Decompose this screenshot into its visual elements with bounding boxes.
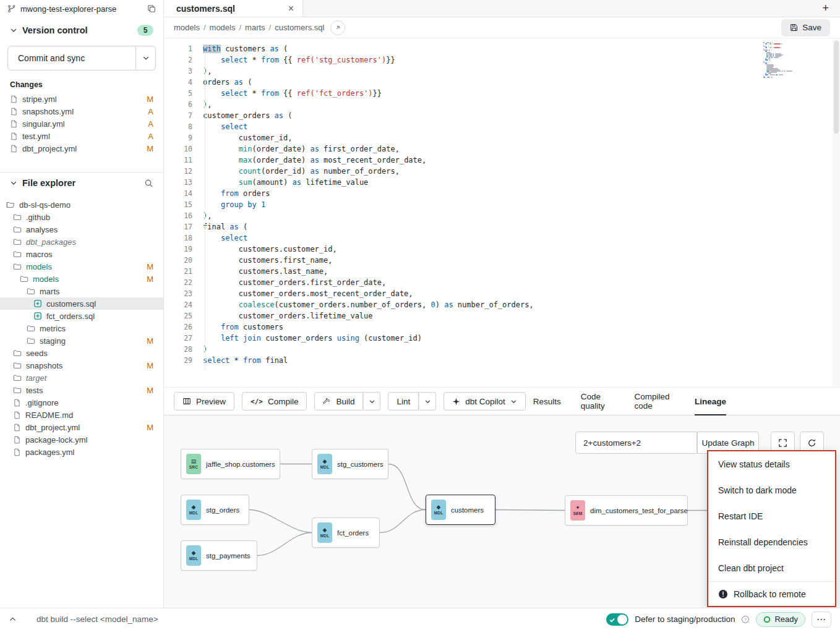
lineage-node-stg-customers[interactable]: ◆MDLstg_customers [312,449,388,479]
change-row-snapshots-yml[interactable]: snapshots.ymlA [0,105,163,117]
tree-item-target[interactable]: target [0,372,163,384]
tab-results[interactable]: Results [533,387,561,415]
defer-toggle[interactable] [606,613,628,626]
change-row-singular-yml[interactable]: singular.ymlA [0,117,163,130]
search-icon[interactable] [144,179,153,188]
lineage-node-dim-customers-test-for-parse[interactable]: ✦SEMdim_customers_test_for_parse [565,495,688,526]
save-button[interactable]: Save [781,19,830,36]
copy-branch-icon[interactable] [147,4,156,13]
close-tab-icon[interactable]: × [288,4,294,14]
code-editor[interactable]: 1with customers as (2 select * from {{ r… [164,38,840,387]
code-text: with customers as ( [203,43,288,54]
editor-tab-bar: customers.sql × + [164,0,840,17]
code-line: 1with customers as ( [164,43,840,54]
tree-item-dbt-project-yml[interactable]: dbt_project.ymlM [0,421,163,433]
chevron-down-icon [424,398,431,405]
file-explorer-header[interactable]: File explorer [0,174,163,192]
command-hint[interactable]: dbt build --select <model_name> [36,615,158,624]
tree-item-github[interactable]: .github [0,211,163,223]
breadcrumb-item-models[interactable]: models [210,23,236,32]
tree-item-label: macros [26,250,153,259]
tab-customers-sql[interactable]: customers.sql × [164,0,303,17]
editor-toolbar: Preview </> Compile Build [164,387,840,415]
tree-item-staging[interactable]: stagingM [0,334,163,347]
menu-item-reinstall-dependencies[interactable]: Reinstall dependencies [708,529,835,555]
tree-item-dbt-packages[interactable]: dbt_packages [0,236,163,248]
tree-item-models[interactable]: modelsM [0,273,163,285]
tree-item-seeds[interactable]: seeds [0,347,163,359]
tab-compiled-code[interactable]: Compiled code [634,387,675,415]
tab-code-quality[interactable]: Code quality [581,387,615,415]
breadcrumb-item-marts[interactable]: marts [245,23,265,32]
change-row-stripe-yml[interactable]: stripe.ymlM [0,93,163,105]
breadcrumb-item-models[interactable]: models [174,23,200,32]
tab-lineage[interactable]: Lineage [695,387,726,415]
menu-item-view-status-details[interactable]: View status details [708,451,835,477]
line-number: 26 [164,321,192,333]
breadcrumb-item-customers-sql[interactable]: customers.sql [275,23,324,32]
tree-item-db-sl-qs-demo[interactable]: db-sl-qs-demo [0,198,163,211]
tree-item-customers-sql[interactable]: customers.sql [0,297,163,310]
menu-item-restart-ide[interactable]: Restart IDE [708,503,835,529]
code-text: customer_orders.most_recent_order_date, [203,288,413,299]
menu-item-switch-to-dark-mode[interactable]: Switch to dark mode [708,477,835,503]
tree-item-label: db-sl-qs-demo [19,200,153,210]
code-line: 21 customers.last_name, [164,266,840,277]
tree-item-gitignore[interactable]: .gitignore [0,396,163,409]
commit-and-sync-button[interactable]: Commit and sync [7,46,136,70]
lint-options-button[interactable] [419,392,436,411]
tree-item-macros[interactable]: macros [0,248,163,260]
error-icon [718,589,728,599]
tree-item-label: metrics [40,324,153,333]
line-number: 5 [164,88,192,99]
tree-item-readme-md[interactable]: README.md [0,409,163,421]
preview-button[interactable]: Preview [174,392,234,411]
lineage-node-customers[interactable]: ◆MDLcustomers [426,495,495,525]
version-control-header[interactable]: Version control 5 [0,21,163,40]
lineage-node-stg-orders[interactable]: ◆MDLstg_orders [181,495,249,525]
code-line: 6), [164,99,840,110]
lineage-search-input[interactable] [575,432,697,454]
change-row-dbt-project-yml[interactable]: dbt_project.ymlM [0,142,163,155]
lineage-node-jaffle-shop-customers[interactable]: ▤SRCjaffle_shop.customers [181,449,280,479]
menu-item-label: Restart IDE [718,511,763,521]
code-text: select * from {{ ref('fct_orders')}} [203,88,382,99]
tree-item-analyses[interactable]: analyses [0,223,163,236]
build-button[interactable]: Build [314,392,363,411]
commit-options-button[interactable] [136,46,156,70]
lint-label: Lint [396,397,410,406]
tree-item-snapshots[interactable]: snapshotsM [0,359,163,372]
tree-item-packages-yml[interactable]: packages.yml [0,446,163,458]
lint-button[interactable]: Lint [388,392,419,411]
status-badge[interactable]: Ready [756,612,805,627]
expand-command-bar-button[interactable] [9,615,17,623]
open-file-link-icon[interactable] [330,20,345,35]
change-file-name: dbt_project.yml [22,144,142,153]
change-row-test-yml[interactable]: test.ymlA [0,130,163,142]
tree-item-label: fct_orders.sql [46,312,153,321]
folder-icon [13,225,22,234]
menu-item-label: View status details [718,459,790,469]
minimap[interactable] [763,42,800,78]
line-number: 4 [164,77,192,88]
code-text: customer_orders.lifetime_value [203,310,373,321]
lineage-node-stg-payments[interactable]: ◆MDLstg_payments [181,540,257,571]
code-text: customer_id, [203,132,293,143]
help-icon[interactable]: ? [741,615,750,624]
menu-item-clean-dbt-project[interactable]: Clean dbt project [708,555,835,581]
tree-item-tests[interactable]: testsM [0,384,163,396]
tree-item-package-lock-yml[interactable]: package-lock.yml [0,433,163,446]
build-options-button[interactable] [363,392,380,411]
tree-item-marts[interactable]: marts [0,285,163,297]
new-tab-button[interactable]: + [822,0,829,17]
tree-item-fct-orders-sql[interactable]: fct_orders.sql [0,310,163,322]
code-text: sum(amount) as lifetime_value [203,177,368,188]
tree-item-models[interactable]: modelsM [0,260,163,273]
editor-scrollbar[interactable] [833,38,840,387]
tree-item-metrics[interactable]: metrics [0,322,163,334]
compile-button[interactable]: </> Compile [242,392,307,411]
lineage-node-fct-orders[interactable]: ◆MDLfct_orders [312,517,380,548]
menu-item-rollback-to-remote[interactable]: Rollback to remote [708,581,835,606]
dbt-copilot-button[interactable]: dbt Copilot [444,392,526,411]
more-options-button[interactable]: ⋯ [812,611,831,628]
